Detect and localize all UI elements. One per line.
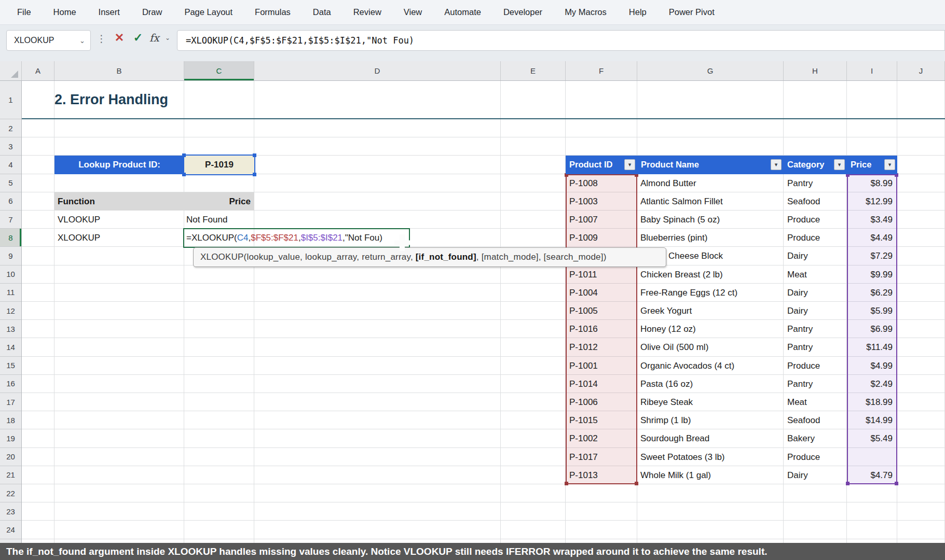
table-cell-category[interactable]: Pantry [787, 320, 813, 338]
row-header-3[interactable]: 3 [0, 137, 21, 156]
table-cell-price[interactable]: $11.49 [847, 338, 893, 356]
table-header-category[interactable]: Category ▾ [784, 156, 847, 174]
table-cell-category[interactable]: Pantry [787, 174, 813, 192]
table-cell-price[interactable]: $2.49 [847, 375, 893, 393]
cell[interactable] [22, 502, 54, 521]
cell[interactable] [847, 137, 897, 156]
table-row[interactable]: P-1006Ribeye SteakMeat$18.99 [0, 393, 945, 411]
cell[interactable] [847, 81, 897, 119]
table-row[interactable]: P-1003Atlantic Salmon FilletSeafood$12.9… [0, 192, 945, 211]
cell[interactable] [566, 119, 637, 137]
table-cell-id[interactable]: P-1001 [569, 357, 598, 375]
table-cell-price[interactable]: $6.99 [847, 320, 893, 338]
table-cell-name[interactable]: Olive Oil (500 ml) [640, 338, 708, 356]
table-row[interactable]: P-1004Free-Range Eggs (12 ct)Dairy$6.29 [0, 284, 945, 302]
cell[interactable] [254, 521, 501, 539]
table-row[interactable]: P-1011Chicken Breast (2 lb)Meat$9.99 [0, 265, 945, 284]
cell[interactable] [501, 521, 566, 539]
column-header-i[interactable]: I [847, 61, 897, 80]
table-cell-name[interactable]: Whole Milk (1 gal) [640, 466, 711, 484]
cell[interactable] [897, 521, 945, 539]
table-row[interactable]: P-1008Almond ButterPantry$8.99 [0, 174, 945, 192]
cell[interactable] [847, 119, 897, 137]
table-cell-id[interactable]: P-1013 [569, 466, 598, 484]
cell[interactable] [566, 81, 637, 119]
column-header-j[interactable]: J [897, 61, 945, 80]
table-row[interactable]: P-1017Sweet Potatoes (3 lb)Produce [0, 448, 945, 466]
table-cell-price[interactable]: $7.29 [847, 247, 893, 265]
table-cell-name[interactable]: Organic Avocados (4 ct) [640, 357, 734, 375]
table-cell-category[interactable]: Dairy [787, 247, 808, 265]
cell[interactable] [566, 502, 637, 521]
table-row[interactable]: P-1016Honey (12 oz)Pantry$6.99 [0, 320, 945, 338]
table-cell-name[interactable]: Free-Range Eggs (12 ct) [640, 284, 737, 302]
cell[interactable] [897, 81, 945, 119]
cell[interactable] [254, 119, 501, 137]
table-cell-name[interactable]: Honey (12 oz) [640, 320, 696, 338]
table-cell-id[interactable]: P-1016 [569, 320, 598, 338]
row-header-22[interactable]: 22 [0, 484, 21, 502]
filter-dropdown-icon[interactable]: ▾ [624, 159, 635, 170]
column-header-h[interactable]: H [784, 61, 847, 80]
table-row[interactable]: P-1001Organic Avocados (4 ct)Produce$4.9… [0, 357, 945, 375]
cell[interactable] [54, 484, 184, 502]
cell[interactable] [637, 502, 784, 521]
table-cell-id[interactable]: P-1003 [569, 192, 598, 211]
table-cell-name[interactable]: Sourdough Bread [640, 429, 709, 447]
table-cell-name[interactable]: Shrimp (1 lb) [640, 411, 691, 429]
table-cell-price[interactable]: $12.99 [847, 192, 893, 211]
filter-dropdown-icon[interactable]: ▾ [771, 159, 782, 170]
cell[interactable] [637, 521, 784, 539]
column-header-d[interactable]: D [254, 61, 501, 80]
table-row[interactable]: P-1002Sourdough BreadBakery$5.49 [0, 429, 945, 447]
cell[interactable] [22, 137, 54, 156]
cell[interactable] [22, 484, 54, 502]
table-row[interactable]: P-1007Baby Spinach (5 oz)Produce$3.49 [0, 211, 945, 229]
cell[interactable] [54, 521, 184, 539]
table-cell-price[interactable]: $5.49 [847, 429, 893, 447]
table-row[interactable]: P-1015Shrimp (1 lb)Seafood$14.99 [0, 411, 945, 429]
cell[interactable] [54, 137, 184, 156]
table-cell-category[interactable]: Produce [787, 211, 820, 229]
table-cell-category[interactable]: Pantry [787, 375, 813, 393]
cell[interactable] [22, 521, 54, 539]
table-cell-price[interactable]: $14.99 [847, 411, 893, 429]
table-cell-id[interactable]: P-1015 [569, 411, 598, 429]
table-cell-name[interactable]: Sweet Potatoes (3 lb) [640, 448, 725, 466]
cell[interactable] [501, 484, 566, 502]
cell[interactable] [784, 119, 847, 137]
cell[interactable] [22, 81, 54, 119]
table-cell-price[interactable]: $18.99 [847, 393, 893, 411]
table-cell-id[interactable]: P-1002 [569, 429, 598, 447]
row-header-4[interactable]: 4 [0, 156, 21, 174]
cell[interactable] [54, 119, 184, 137]
table-cell-id[interactable]: P-1007 [569, 211, 598, 229]
table-cell-category[interactable]: Produce [787, 229, 820, 247]
cell[interactable] [22, 119, 54, 137]
cell[interactable] [254, 484, 501, 502]
table-cell-category[interactable]: Pantry [787, 338, 813, 356]
table-cell-id[interactable]: P-1008 [569, 174, 598, 192]
selection-handle[interactable] [253, 153, 256, 157]
column-header-b[interactable]: B [54, 61, 184, 80]
table-cell-category[interactable]: Meat [787, 393, 807, 411]
cell-lookup-label[interactable]: Lookup Product ID: [54, 156, 184, 174]
cell[interactable] [897, 502, 945, 521]
table-cell-category[interactable]: Meat [787, 265, 807, 284]
table-row[interactable]: P-1005Greek YogurtDairy$5.99 [0, 302, 945, 320]
column-header-f[interactable]: F [566, 61, 637, 80]
table-cell-id[interactable]: P-1012 [569, 338, 598, 356]
cell[interactable] [566, 137, 637, 156]
table-cell-id[interactable]: P-1006 [569, 393, 598, 411]
cell[interactable] [847, 502, 897, 521]
table-cell-name[interactable]: Blueberries (pint) [640, 229, 707, 247]
filter-dropdown-icon[interactable]: ▾ [884, 159, 895, 170]
table-cell-name[interactable]: Ribeye Steak [640, 393, 693, 411]
cell[interactable] [784, 484, 847, 502]
table-cell-id[interactable]: P-1017 [569, 448, 598, 466]
row-header-2[interactable]: 2 [0, 119, 21, 137]
cell[interactable] [501, 137, 566, 156]
cell[interactable] [501, 502, 566, 521]
table-header-product-id[interactable]: Product ID ▾ [566, 156, 637, 174]
cell[interactable] [184, 119, 254, 137]
